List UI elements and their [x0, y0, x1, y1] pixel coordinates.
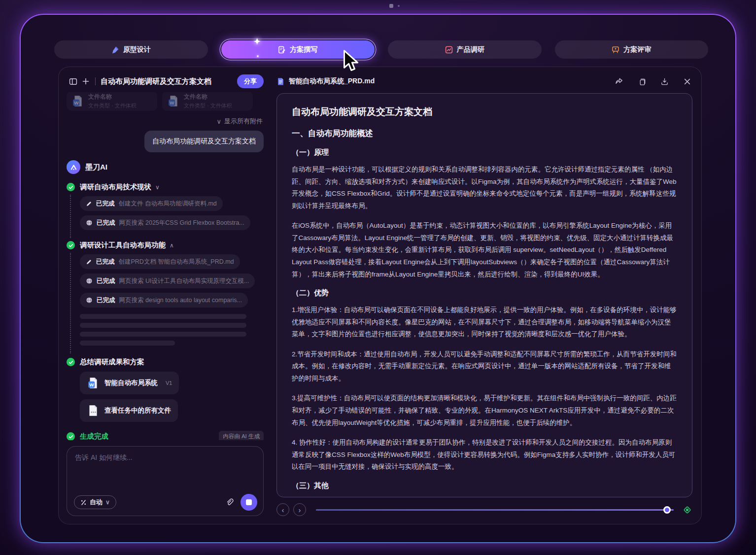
share-forward-icon	[615, 77, 623, 86]
attach-file-button[interactable]	[225, 498, 234, 507]
chat-input[interactable]	[75, 453, 255, 489]
show-all-attachments[interactable]: ∨ 显示所有附件	[67, 117, 263, 126]
globe-icon	[86, 278, 93, 284]
task-group: 总结调研成果和方案 W 智能自动布局系统 V1 查看任务中的所有文件	[67, 357, 264, 422]
stop-generation-button[interactable]	[241, 494, 257, 511]
result-file-card[interactable]: W 智能自动布局系统 V1	[80, 372, 179, 394]
doc-paragraph: 3.提高可维护性：自动布局可以使页面的结构更加清晰和模块化，易于维护和更新。其在…	[292, 392, 677, 429]
stop-icon	[246, 499, 252, 505]
review-board-icon	[612, 46, 619, 54]
task-chip[interactable]: 已完成 创建PRD文档 智能自动布局系统_PRD.md	[80, 254, 240, 269]
scrollbar-track	[316, 509, 674, 511]
next-page-button[interactable]: ›	[293, 503, 306, 516]
decor-dot	[398, 5, 400, 7]
chevron-down-icon: ∨	[216, 118, 221, 125]
copy-document-button[interactable]	[636, 76, 647, 87]
task-chip[interactable]: 已完成 网页搜索 UI设计工具自动布局实现原理交互模...	[80, 274, 255, 288]
document-scrollbar[interactable]	[316, 506, 674, 514]
skeleton-bar	[80, 314, 246, 319]
share-document-button[interactable]	[614, 76, 624, 87]
show-all-label: 显示所有附件	[224, 117, 263, 126]
task-group-header[interactable]: 调研设计工具自动布局功能 ∧	[80, 241, 264, 250]
share-button[interactable]: 分享	[237, 74, 264, 88]
attachments-row: W 文件名称 文件类型 · 文件体积 W 文件名称 文件类型 · 文件体积	[67, 92, 264, 111]
prev-page-button[interactable]: ‹	[276, 503, 289, 516]
view-all-files-label: 查看任务中的所有文件	[104, 406, 171, 415]
chevron-up-icon[interactable]: ∧	[170, 242, 174, 249]
chat-scroll-area[interactable]: W 文件名称 文件类型 · 文件体积 W 文件名称 文件类型 · 文件体积	[67, 92, 264, 440]
chart-icon	[445, 46, 453, 54]
globe-icon	[86, 219, 93, 226]
generation-status-row: 生成完成 内容由 AI 生成	[67, 431, 264, 440]
mode-selector[interactable]: 自动 ∨	[74, 495, 116, 509]
task-group-title: 调研自动布局技术现状	[80, 182, 151, 192]
pencil-icon	[86, 201, 92, 207]
skeleton-bar	[80, 323, 246, 328]
view-all-files-card[interactable]: 查看任务中的所有文件	[80, 399, 178, 422]
loading-skeleton	[80, 314, 264, 346]
download-document-button[interactable]	[659, 76, 670, 87]
pencil-icon	[86, 259, 92, 265]
word-doc-icon: W	[167, 95, 180, 107]
copy-icon	[638, 77, 646, 86]
task-rail	[70, 253, 71, 353]
task-group: 调研自动布局技术现状 ∨ 已完成 创建文件 自动布局功能调研资料.md 已完成 …	[67, 182, 264, 230]
divider	[95, 77, 96, 85]
document-file: 智能自动布局系统_PRD.md	[276, 77, 375, 86]
attachment-card[interactable]: W 文件名称 文件类型 · 文件体积	[67, 92, 157, 111]
document-actions	[614, 76, 692, 87]
task-group-title: 调研设计工具自动布局功能	[80, 241, 166, 250]
toggle-sidebar-button[interactable]	[67, 75, 79, 88]
attachment-card[interactable]: W 文件名称 文件类型 · 文件体积	[162, 92, 253, 111]
doc-subheading: （三）其他	[292, 481, 677, 490]
tab-proposal-review[interactable]: 方案评审	[555, 40, 709, 59]
tab-label: 产品调研	[457, 45, 484, 54]
new-chat-button[interactable]	[79, 75, 92, 88]
locate-button[interactable]	[682, 504, 692, 515]
document-content: 自动布局功能调研及交互方案文档 一、自动布局功能概述 （一）原理 自动布局是一种…	[277, 94, 692, 497]
task-status: 已完成	[97, 296, 115, 305]
task-group-header[interactable]: 调研自动布局技术现状 ∨	[80, 182, 264, 192]
task-status: 已完成	[97, 219, 115, 227]
chevron-down-icon[interactable]: ∨	[155, 184, 160, 191]
ai-name: 墨刀AI	[85, 163, 107, 172]
result-file-name: 智能自动布局系统	[104, 379, 158, 387]
task-status: 已完成	[97, 277, 115, 285]
check-icon	[67, 432, 75, 440]
doc-edit-icon	[278, 46, 286, 54]
scrollbar-thumb[interactable]	[663, 506, 671, 514]
auto-mode-icon	[80, 499, 87, 506]
ai-header-row: 墨刀AI	[67, 160, 264, 174]
document-filename: 智能自动布局系统_PRD.md	[289, 77, 375, 86]
locate-target-icon	[683, 505, 692, 515]
tab-prototype-design[interactable]: 原型设计	[54, 40, 208, 59]
file-version-badge: V1	[166, 380, 172, 386]
word-doc-icon: W	[71, 95, 84, 107]
chat-panel-header: 自动布局功能调研及交互方案文档 分享	[67, 73, 264, 89]
task-group: 调研设计工具自动布局功能 ∧ 已完成 创建PRD文档 智能自动布局系统_PRD.…	[67, 241, 264, 346]
sparkle-icon: ✦	[254, 36, 261, 47]
document-viewer[interactable]: 自动布局功能调研及交互方案文档 一、自动布局功能概述 （一）原理 自动布局是一种…	[276, 93, 692, 497]
task-group-header[interactable]: 总结调研成果和方案	[80, 357, 264, 367]
chevron-down-icon: ∨	[105, 499, 110, 506]
conversation-title: 自动布局功能调研及交互方案文档	[101, 77, 233, 86]
task-chip[interactable]: 已完成 网页搜索 design tools auto layout compar…	[80, 293, 248, 308]
doc-paragraph: 自动布局是一种设计功能，可以根据定义的规则和关系自动调整和排列容器内的元素。它允…	[292, 164, 677, 212]
ai-generated-badge: 内容由 AI 生成	[219, 431, 264, 440]
globe-icon	[86, 297, 93, 304]
close-document-button[interactable]	[682, 76, 692, 87]
files-icon	[87, 404, 100, 417]
sparkle-dot	[257, 55, 259, 57]
attachment-name: 文件名称	[184, 93, 232, 101]
task-text: 创建文件 自动布局功能调研资料.md	[119, 200, 217, 208]
task-chip[interactable]: 已完成 创建文件 自动布局功能调研资料.md	[80, 196, 223, 211]
skeleton-bar	[80, 341, 175, 346]
app-card: 自动布局功能调研及交互方案文档 分享 W 文件名称 文件类型 · 文件体积 W	[58, 67, 702, 524]
close-icon	[684, 78, 691, 85]
tab-product-research[interactable]: 产品调研	[388, 40, 542, 59]
tab-label: 方案撰写	[290, 45, 317, 54]
task-chip[interactable]: 已完成 网页搜索 2025年CSS Grid Flexbox Bootstra.…	[80, 215, 250, 230]
svg-text:W: W	[74, 100, 79, 105]
tab-proposal-writing[interactable]: ✦ 方案撰写	[221, 40, 375, 59]
tab-label: 原型设计	[123, 45, 151, 54]
